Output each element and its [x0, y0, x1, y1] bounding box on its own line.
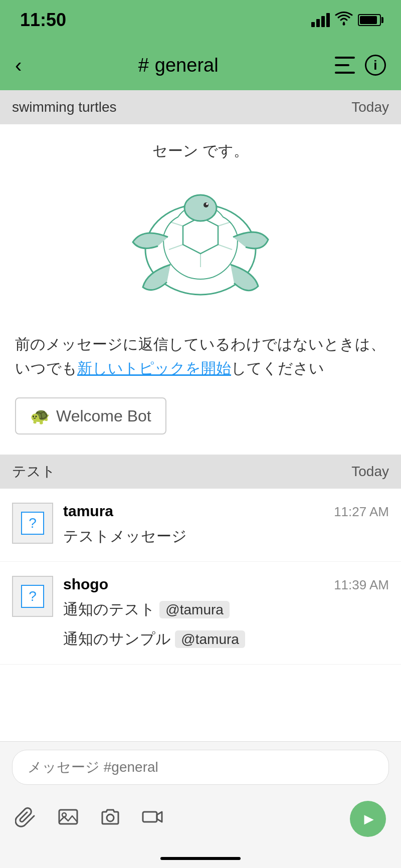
- home-indicator: [0, 852, 401, 868]
- battery-icon: [358, 14, 381, 26]
- message-text: テストメッセージ: [63, 525, 389, 547]
- back-button[interactable]: ‹: [15, 54, 22, 77]
- hash-symbol: #: [138, 55, 149, 76]
- message-time: 11:39 AM: [334, 577, 389, 593]
- message-header: shogo 11:39 AM: [63, 576, 389, 593]
- avatar-placeholder: ?: [21, 512, 44, 535]
- svg-rect-12: [59, 810, 77, 824]
- welcome-bot-label: Welcome Bot: [56, 407, 151, 425]
- avatar: ?: [12, 576, 53, 617]
- camera-icon[interactable]: [99, 806, 121, 832]
- send-button[interactable]: ►: [350, 801, 386, 837]
- test-section-name: テスト: [12, 462, 56, 481]
- welcome-bot-button[interactable]: 🐢 Welcome Bot: [15, 397, 166, 435]
- section-date: Today: [351, 99, 389, 115]
- message-text: 通知のテスト @tamura: [63, 598, 389, 620]
- section-name: swimming turtles: [12, 99, 116, 115]
- message-input[interactable]: [12, 750, 389, 785]
- toolbar-row: ►: [0, 793, 401, 852]
- channel-title: # general: [138, 55, 219, 76]
- message-row: ? shogo 11:39 AM 通知のテスト @tamura 通知のサンプル …: [0, 562, 401, 665]
- input-area: ►: [0, 741, 401, 868]
- mention-tag: @tamura: [159, 601, 230, 618]
- test-section-date: Today: [351, 464, 389, 480]
- message-author: shogo: [63, 576, 108, 593]
- status-icons: [311, 12, 381, 29]
- message-content: shogo 11:39 AM 通知のテスト @tamura 通知のサンプル @t…: [63, 576, 389, 650]
- attachment-icon[interactable]: [15, 806, 37, 832]
- new-topic-link[interactable]: 新しいトピックを開始: [77, 360, 231, 376]
- messages-area: ? tamura 11:27 AM テストメッセージ ? shogo 11:39…: [0, 489, 401, 665]
- nav-actions: i: [335, 55, 386, 76]
- swimming-turtles-content: セーン です。: [0, 124, 401, 455]
- svg-point-0: [343, 23, 345, 25]
- message-text-2: 通知のサンプル @tamura: [63, 627, 389, 650]
- home-bar: [160, 857, 241, 860]
- list-icon[interactable]: [335, 57, 355, 74]
- status-time: 11:50: [20, 10, 66, 31]
- message-time: 11:27 AM: [334, 504, 389, 520]
- message-body-text2: してください: [231, 360, 324, 376]
- send-icon: ►: [361, 810, 377, 828]
- message-author: tamura: [63, 503, 113, 520]
- signal-icon: [311, 13, 330, 27]
- avatar-placeholder: ?: [21, 585, 44, 608]
- svg-point-9: [184, 195, 217, 221]
- test-section-header: テスト Today: [0, 455, 401, 489]
- message-header: tamura 11:27 AM: [63, 503, 389, 520]
- svg-point-14: [107, 814, 114, 821]
- message-row: ? tamura 11:27 AM テストメッセージ: [0, 489, 401, 562]
- top-message-text: セーン です。: [15, 139, 386, 162]
- toolbar-icons: [15, 806, 335, 832]
- channel-name: general: [155, 55, 219, 76]
- turtle-image: [15, 172, 386, 317]
- info-icon[interactable]: i: [365, 55, 386, 76]
- swimming-turtles-header: swimming turtles Today: [0, 90, 401, 124]
- svg-rect-15: [143, 812, 157, 822]
- message-body: 前のメッセージに返信しているわけではないときは、いつでも新しいトピックを開始して…: [15, 332, 386, 380]
- video-icon[interactable]: [141, 806, 163, 832]
- message-content: tamura 11:27 AM テストメッセージ: [63, 503, 389, 547]
- nav-bar: ‹ # general i: [0, 40, 401, 90]
- mention-tag: @tamura: [175, 630, 245, 648]
- input-field-row: [0, 742, 401, 793]
- wifi-icon: [335, 12, 353, 29]
- welcome-bot-emoji: 🐢: [30, 406, 50, 425]
- avatar: ?: [12, 503, 53, 544]
- status-bar: 11:50: [0, 0, 401, 40]
- svg-point-11: [206, 203, 208, 205]
- image-icon[interactable]: [57, 806, 79, 832]
- svg-point-10: [204, 202, 209, 207]
